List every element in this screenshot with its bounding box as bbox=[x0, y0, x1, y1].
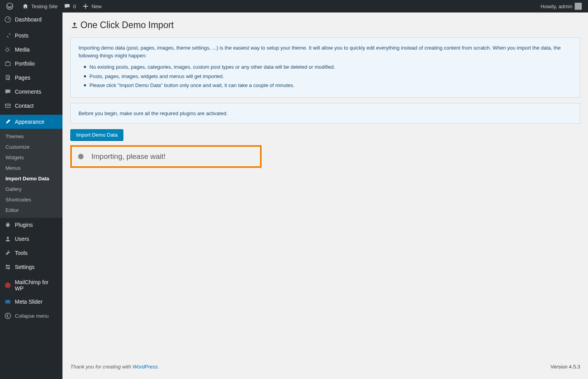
before-begin-notice: Before you begin, make sure all the requ… bbox=[70, 103, 580, 124]
contact-icon bbox=[4, 102, 12, 110]
svg-rect-2 bbox=[5, 62, 11, 66]
footer-thanks: Thank you for creating with WordPress. bbox=[70, 364, 159, 370]
sidebar-item-label: Media bbox=[15, 46, 30, 53]
intro-notice: Importing demo data (post, pages, images… bbox=[70, 37, 580, 98]
svg-rect-12 bbox=[5, 300, 11, 304]
body-row: Dashboard Posts Media Portfolio Pages bbox=[0, 12, 588, 379]
sidebar-item-label: Plugins bbox=[15, 222, 33, 228]
svg-point-11 bbox=[5, 283, 11, 288]
collapse-icon bbox=[4, 312, 12, 320]
sidebar-item-label: Pages bbox=[15, 75, 30, 81]
svg-rect-7 bbox=[6, 265, 10, 267]
toolbar-right: Howdy, admin bbox=[538, 0, 585, 12]
intro-bullet: Posts, pages, images, widgets and menus … bbox=[89, 73, 572, 80]
sidebar-item-contact[interactable]: Contact bbox=[0, 99, 62, 113]
comments-menu[interactable]: 0 bbox=[61, 0, 79, 12]
sidebar-item-label: Meta Slider bbox=[15, 299, 43, 305]
account-menu[interactable]: Howdy, admin bbox=[538, 0, 585, 12]
sidebar-item-media[interactable]: Media bbox=[0, 43, 62, 57]
site-name-menu[interactable]: Testing Site bbox=[19, 0, 61, 12]
submenu-item-import-demo-data[interactable]: Import Demo Data bbox=[0, 173, 62, 184]
settings-icon bbox=[4, 263, 12, 271]
media-icon bbox=[4, 46, 12, 53]
page-title-text: One Click Demo Import bbox=[80, 20, 174, 30]
sidebar-item-label: Portfolio bbox=[15, 60, 35, 67]
sidebar-item-dashboard[interactable]: Dashboard bbox=[0, 12, 62, 27]
intro-text: Importing demo data (post, pages, images… bbox=[78, 44, 572, 59]
footer-thanks-prefix: Thank you for creating with bbox=[70, 364, 133, 370]
collapse-label: Collapse menu bbox=[15, 313, 49, 319]
site-name: Testing Site bbox=[31, 4, 57, 9]
howdy-text: Howdy, admin bbox=[541, 4, 572, 9]
sidebar-item-metaslider[interactable]: Meta Slider bbox=[0, 295, 62, 309]
page-title: One Click Demo Import bbox=[70, 16, 580, 32]
tools-icon bbox=[4, 249, 12, 257]
sidebar-item-plugins[interactable]: Plugins bbox=[0, 218, 62, 232]
avatar bbox=[575, 3, 582, 10]
sidebar-item-label: Appearance bbox=[15, 119, 45, 125]
sidebar-item-label: Posts bbox=[15, 32, 29, 39]
comment-icon bbox=[64, 3, 71, 10]
content-area: One Click Demo Import Importing demo dat… bbox=[62, 12, 588, 379]
sidebar-item-label: Settings bbox=[15, 264, 35, 270]
sidebar-item-settings[interactable]: Settings bbox=[0, 260, 62, 274]
wordpress-link[interactable]: WordPress bbox=[133, 364, 158, 370]
sidebar-item-tools[interactable]: Tools bbox=[0, 246, 62, 260]
submenu-item-menus[interactable]: Menus bbox=[0, 163, 62, 173]
new-label: New bbox=[91, 4, 102, 9]
svg-rect-4 bbox=[7, 76, 10, 80]
footer-thanks-suffix: . bbox=[158, 364, 159, 370]
new-content-menu[interactable]: New bbox=[79, 0, 105, 12]
dashboard-icon bbox=[4, 16, 12, 23]
svg-point-6 bbox=[7, 237, 9, 239]
submenu-item-widgets[interactable]: Widgets bbox=[0, 152, 62, 163]
appearance-submenu: Themes Customize Widgets Menus Import De… bbox=[0, 129, 62, 218]
submenu-item-customize[interactable]: Customize bbox=[0, 142, 62, 152]
sidebar-item-label: Contact bbox=[15, 103, 34, 109]
intro-bullet: No existing posts, pages, categories, im… bbox=[89, 63, 572, 71]
sidebar-item-appearance[interactable]: Appearance bbox=[0, 115, 62, 129]
svg-point-13 bbox=[5, 313, 11, 319]
svg-rect-9 bbox=[6, 265, 7, 267]
brush-icon bbox=[4, 118, 12, 126]
admin-footer: Thank you for creating with WordPress. V… bbox=[70, 357, 580, 379]
pin-icon bbox=[4, 32, 12, 39]
submenu-item-gallery[interactable]: Gallery bbox=[0, 184, 62, 194]
sidebar-item-comments[interactable]: Comments bbox=[0, 85, 62, 99]
upload-icon bbox=[70, 21, 79, 30]
plus-icon bbox=[82, 3, 89, 10]
toolbar-left: Testing Site 0 New bbox=[3, 0, 105, 12]
metaslider-icon bbox=[4, 298, 12, 306]
app-root: Testing Site 0 New Howdy, admin bbox=[0, 0, 588, 379]
svg-rect-10 bbox=[9, 267, 9, 269]
submenu-item-themes[interactable]: Themes bbox=[0, 131, 62, 142]
admin-toolbar: Testing Site 0 New Howdy, admin bbox=[0, 0, 588, 12]
wordpress-icon bbox=[6, 3, 13, 10]
collapse-menu-button[interactable]: Collapse menu bbox=[0, 309, 62, 323]
import-status-text: Importing, please wait! bbox=[91, 152, 166, 161]
sidebar-item-users[interactable]: Users bbox=[0, 232, 62, 246]
sidebar-item-label: Users bbox=[15, 236, 29, 242]
portfolio-icon bbox=[4, 60, 12, 68]
sidebar-item-label: Tools bbox=[15, 250, 28, 256]
spinner-icon bbox=[78, 154, 84, 159]
wp-logo-menu[interactable] bbox=[3, 0, 19, 12]
comment-count: 0 bbox=[73, 4, 76, 9]
admin-sidebar: Dashboard Posts Media Portfolio Pages bbox=[0, 12, 62, 379]
sidebar-item-posts[interactable]: Posts bbox=[0, 28, 62, 43]
sidebar-item-portfolio[interactable]: Portfolio bbox=[0, 57, 62, 71]
submenu-item-editor[interactable]: Editor bbox=[0, 205, 62, 215]
import-status-box: Importing, please wait! bbox=[70, 145, 262, 168]
plugin-icon bbox=[4, 221, 12, 229]
submenu-item-shortcodes[interactable]: Shortcodes bbox=[0, 194, 62, 205]
comments-icon bbox=[4, 88, 12, 96]
intro-bullet: Please click "Import Demo Data" button o… bbox=[89, 82, 572, 89]
svg-rect-5 bbox=[5, 104, 11, 108]
sidebar-item-pages[interactable]: Pages bbox=[0, 71, 62, 85]
sidebar-item-mailchimp[interactable]: MailChimp for WP bbox=[0, 276, 62, 295]
intro-bullets: No existing posts, pages, categories, im… bbox=[78, 63, 572, 89]
import-demo-data-button[interactable]: Import Demo Data bbox=[70, 129, 123, 141]
pages-icon bbox=[4, 74, 12, 82]
version-text: Version 4.5.3 bbox=[551, 364, 580, 370]
users-icon bbox=[4, 235, 12, 243]
